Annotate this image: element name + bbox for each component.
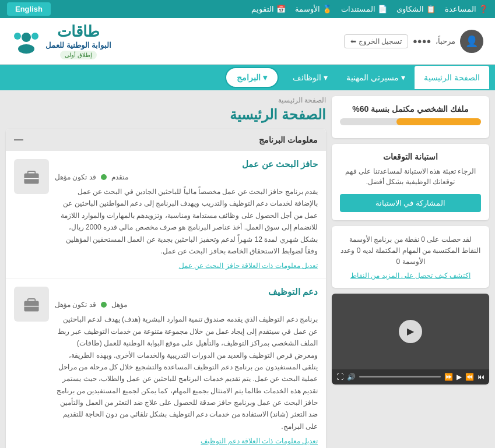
svg-point-3: [31, 33, 38, 40]
logout-button[interactable]: تسجيل الخروج ⬅: [344, 34, 408, 48]
program-link-1[interactable]: تعديل معلومات ذات العلاقة حافز البحث عن …: [55, 262, 318, 270]
program-icon-2: [14, 287, 49, 322]
video-controls: ⏮ ⏪ ▶ ⏩ 🔊 ⛶: [332, 369, 489, 384]
video-next-button[interactable]: ⏩: [444, 373, 453, 381]
video-prev-button[interactable]: ⏪: [465, 373, 474, 381]
top-bar-left: ❓ المساعدة 📋 الشكاوى 📄 المستندات 🏅 الأوس…: [251, 5, 488, 13]
complaints-item[interactable]: 📋 الشكاوى: [396, 5, 436, 13]
program-header-2: دعم التوظيف مؤهل قد تكون مؤهل برنامج دعم…: [14, 287, 318, 445]
program-item-1: حافز البحث عن عمل متقدم قد تكون مؤهل يقد…: [6, 151, 326, 278]
status-badge-1: متقدم: [111, 173, 128, 181]
briefcase-2-icon: [21, 294, 42, 315]
program-status-row-2: مؤهل قد تكون مؤهل: [55, 301, 318, 309]
nav-programs[interactable]: ▾ البرامج: [225, 67, 279, 88]
main-navigation: الصفحة الرئيسية ▾ مسيرتي المهنية ▾ الوظا…: [0, 65, 495, 90]
nav-programs-label: البرامج: [237, 73, 261, 82]
video-volume-button[interactable]: 🔊: [347, 373, 356, 381]
program-desc-1: يقدم برنامج حافز البحث عن عمل مخصصاً مال…: [55, 186, 318, 257]
section-title: معلومات البرنامج: [259, 135, 318, 144]
chevron-programs-icon: ▾: [263, 73, 267, 82]
user-info: مرحباً، ●●●●: [413, 37, 455, 45]
video-placeholder: ▶: [332, 294, 489, 369]
breadcrumb-text: الصفحة الرئيسية: [278, 96, 326, 104]
status-badge-2b: قد تكون مؤهل: [55, 301, 96, 309]
logout-icon: ⬅: [350, 37, 356, 45]
complaints-icon: 📋: [426, 5, 436, 13]
calendar-icon: 📅: [276, 5, 286, 13]
program-status-row-1: متقدم قد تكون مؤهل: [55, 173, 318, 181]
avatar: 👤: [460, 30, 483, 53]
programs-section: معلومات البرنامج — حافز البحث عن عمل متق…: [6, 129, 326, 448]
status-badge-1b: قد تكون مؤهل: [55, 173, 96, 181]
welcome-label: مرحباً،: [436, 37, 455, 45]
section-collapse-button[interactable]: —: [14, 135, 23, 145]
program-link-2[interactable]: تعديل معلومات ذات العلاقة دعم التوظيف: [55, 437, 318, 445]
complaints-label: الشكاوى: [396, 5, 424, 13]
svg-rect-5: [28, 171, 36, 174]
progress-bar-fill: [396, 118, 481, 125]
logo-title: طاقات: [57, 23, 100, 40]
nav-career-label: مسيرتي المهنية: [346, 73, 399, 82]
points-text: لقد حصلت على 0 نقطة من برنامج الأوسمة ال…: [340, 234, 481, 268]
svg-rect-8: [28, 299, 36, 302]
program-desc-2: برنامج دعم التوظيف الذي يقدمه صندوق تنمي…: [55, 313, 318, 432]
section-header: معلومات البرنامج —: [6, 129, 326, 151]
play-button[interactable]: ▶: [399, 320, 422, 343]
video-card: ▶ ⏮ ⏪ ▶ ⏩ 🔊 ⛶: [332, 294, 489, 384]
documents-item[interactable]: 📄 المستندات: [341, 5, 387, 13]
video-play-pause-button[interactable]: ▶: [457, 373, 462, 381]
sidebar: ملفك الشخصي مكتمل بنسبة 60% استبانة التو…: [332, 96, 489, 448]
logout-label: تسجيل الخروج: [359, 37, 402, 45]
chevron-jobs-icon: ▾: [324, 73, 328, 82]
program-info-1: حافز البحث عن عمل متقدم قد تكون مؤهل يقد…: [55, 159, 318, 270]
nav-jobs[interactable]: ▾ الوظائف: [283, 66, 337, 89]
welcome-text: مرحباً، ●●●●: [413, 37, 455, 45]
top-bar: ❓ المساعدة 📋 الشكاوى 📄 المستندات 🏅 الأوس…: [0, 0, 495, 18]
survey-text: الرجاء تعبئة هذه الاستبانة لمساعدتنا على…: [340, 166, 481, 187]
nav-career[interactable]: ▾ مسيرتي المهنية: [337, 66, 415, 89]
nav-home-label: الصفحة الرئيسية: [424, 73, 480, 82]
nav-jobs-label: الوظائف: [293, 73, 321, 82]
documents-label: المستندات: [341, 5, 375, 13]
logo-icon: [12, 27, 41, 56]
help-label: المساعدة: [445, 5, 476, 13]
program-item-2: دعم التوظيف مؤهل قد تكون مؤهل برنامج دعم…: [6, 278, 326, 448]
points-link[interactable]: اكتشف كيف تحصل على المزيد من النقاط: [340, 271, 481, 280]
program-icon-1: [14, 159, 49, 194]
status-dot-2: [101, 302, 107, 308]
video-overlay: ▶: [332, 294, 489, 369]
progress-bar-container: [340, 118, 481, 125]
program-info-2: دعم التوظيف مؤهل قد تكون مؤهل برنامج دعم…: [55, 287, 318, 445]
survey-button[interactable]: المشاركة في الاستبانة: [340, 194, 481, 212]
main-content: الصفحة الرئيسية الصفحة الرئيسية معلومات …: [6, 96, 326, 448]
status-badge-2: مؤهل: [111, 301, 127, 309]
profile-card: ملفك الشخصي مكتمل بنسبة 60%: [332, 96, 489, 138]
header: 👤 مرحباً، ●●●● تسجيل الخروج ⬅ طاقات البو…: [0, 18, 495, 65]
svg-point-0: [22, 33, 31, 42]
breadcrumb: الصفحة الرئيسية: [6, 96, 326, 104]
help-item[interactable]: ❓ المساعدة: [445, 5, 488, 13]
user-area: 👤 مرحباً، ●●●● تسجيل الخروج ⬅: [344, 30, 483, 53]
program-name-1: حافز البحث عن عمل: [55, 159, 318, 170]
logo-badge: إطلاق أولى: [60, 51, 97, 59]
program-name-2: دعم التوظيف: [55, 287, 318, 297]
briefcase-icon: [21, 166, 42, 187]
points-card: لقد حصلت على 0 نقطة من برنامج الأوسمة ال…: [332, 226, 489, 288]
survey-card: استبانة التوقعات الرجاء تعبئة هذه الاستب…: [332, 144, 489, 220]
top-bar-right: English: [7, 2, 51, 16]
calendar-item[interactable]: 📅 التقويم: [251, 5, 286, 13]
language-button[interactable]: English: [7, 2, 51, 16]
content-area: ملفك الشخصي مكتمل بنسبة 60% استبانة التو…: [0, 90, 495, 448]
badges-item[interactable]: 🏅 الأوسمة: [295, 5, 332, 13]
svg-point-1: [18, 44, 34, 54]
video-skip-back-button[interactable]: ⏮: [478, 373, 485, 381]
video-fullscreen-button[interactable]: ⛶: [336, 373, 343, 381]
nav-home[interactable]: الصفحة الرئيسية: [415, 66, 489, 89]
status-dot-1: [101, 174, 107, 180]
program-header-1: حافز البحث عن عمل متقدم قد تكون مؤهل يقد…: [14, 159, 318, 270]
badges-label: الأوسمة: [295, 5, 320, 13]
calendar-label: التقويم: [251, 5, 274, 13]
video-progress-bar: [359, 376, 441, 378]
badges-icon: 🏅: [322, 5, 332, 13]
chevron-down-icon: ▾: [401, 73, 405, 82]
